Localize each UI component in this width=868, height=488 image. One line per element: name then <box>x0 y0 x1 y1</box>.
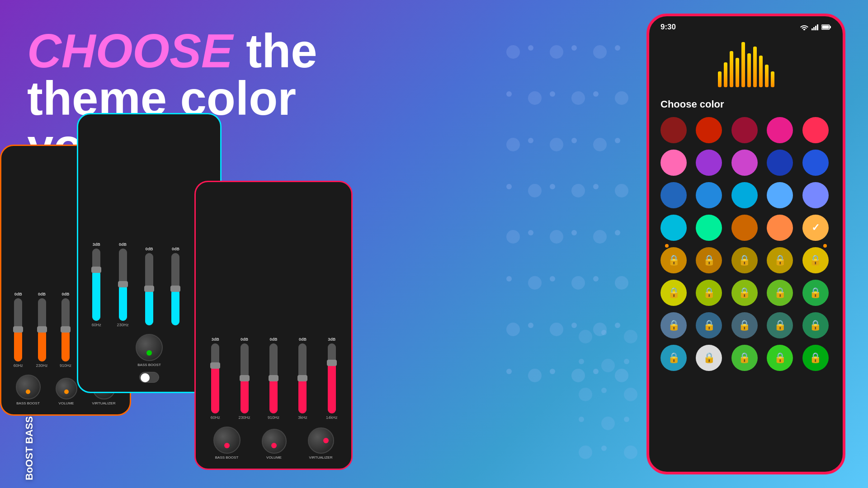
eq-band-m3: 0dB <box>138 247 160 327</box>
color-swatch-locked-7[interactable]: 🔒 <box>696 280 722 306</box>
color-swatch-locked-13[interactable]: 🔒 <box>731 312 758 338</box>
eq-band-1: 0dB 60Hz <box>8 292 28 368</box>
phones-container: 0dB 60Hz 0dB 230Hz <box>0 113 393 488</box>
color-swatch-dodger-blue[interactable] <box>696 182 722 208</box>
lock-icon-4: 🔒 <box>774 254 786 266</box>
phone-main: 9:30 <box>646 14 845 474</box>
bass-boost-knob-right[interactable]: BASS BOOST <box>213 427 241 460</box>
color-swatch-locked-19[interactable]: 🔒 <box>767 345 793 371</box>
color-swatch-light-blue[interactable] <box>767 182 793 208</box>
color-swatch-locked-3[interactable]: 🔒 <box>731 247 758 273</box>
svg-rect-1 <box>813 27 815 30</box>
status-icons <box>800 24 831 30</box>
virtualizer-knob-right[interactable]: VIRTUALIZER <box>308 427 334 460</box>
color-swatch-red[interactable] <box>696 117 722 143</box>
color-swatch-blue[interactable] <box>802 150 829 176</box>
eq-band-2: 0dB 230Hz <box>32 292 52 368</box>
svg-rect-3 <box>817 24 818 30</box>
color-swatch-locked-2[interactable]: 🔒 <box>696 247 722 273</box>
color-swatch-periwinkle[interactable] <box>802 182 829 208</box>
volume-knob-right[interactable]: VOLUME <box>262 429 287 460</box>
volume-label-right: VOLUME <box>266 455 282 460</box>
lock-icon-11: 🔒 <box>668 319 680 331</box>
status-bar: 9:30 <box>649 16 843 35</box>
eq-band-r3: 0dB 910Hz <box>261 337 286 420</box>
lock-icon-10: 🔒 <box>809 287 821 299</box>
virtualizer-label-left: VIRTUALIZER <box>92 401 116 405</box>
wifi-icon <box>800 24 809 30</box>
waveform <box>649 35 843 94</box>
volume-knob-left[interactable]: VOLUME <box>56 378 77 405</box>
eq-band-m1: 3dB 60Hz <box>85 242 108 327</box>
lock-icon-12: 🔒 <box>703 319 715 331</box>
color-swatch-mint[interactable] <box>696 215 722 241</box>
phone-right: 3dB 60Hz 0dB 230Hz <box>194 181 353 470</box>
eq-band-r1: 3dB 60Hz <box>203 337 228 420</box>
eq-band-3: 0dB 910Hz <box>56 292 75 368</box>
color-swatch-locked-1[interactable]: 🔒 <box>660 247 687 273</box>
color-swatch-orange[interactable] <box>731 215 758 241</box>
lock-icon-16: 🔒 <box>668 352 680 364</box>
color-swatch-locked-15[interactable]: 🔒 <box>802 312 829 338</box>
bass-boost-label-right: BASS BOOST <box>215 455 239 460</box>
lock-icon-14: 🔒 <box>774 319 786 331</box>
color-grid: 🔒 🔒 🔒 🔒 🔒 🔒 🔒 🔒 <box>660 117 831 371</box>
color-swatch-locked-12[interactable]: 🔒 <box>696 312 722 338</box>
color-swatch-locked-20[interactable]: 🔒 <box>802 345 829 371</box>
lock-icon-6: 🔒 <box>668 287 680 299</box>
choose-color-title: Choose color <box>660 99 831 110</box>
color-swatch-locked-16[interactable]: 🔒 <box>660 345 687 371</box>
lock-icon-20: 🔒 <box>809 352 821 364</box>
lock-icon-1: 🔒 <box>668 254 680 266</box>
svg-rect-2 <box>815 26 816 30</box>
color-swatch-hot-pink[interactable] <box>767 117 793 143</box>
svg-rect-0 <box>811 28 813 30</box>
eq-band-r5: 3dB 14kHz <box>319 337 344 420</box>
virtualizer-label-right: VIRTUALIZER <box>309 455 333 460</box>
color-swatch-locked-17[interactable]: 🔒 <box>696 345 722 371</box>
hero-choose: CHOOSE <box>27 24 233 77</box>
lock-icon-19: 🔒 <box>774 352 786 364</box>
color-swatch-purple[interactable] <box>696 150 722 176</box>
lock-icon-7: 🔒 <box>703 287 715 299</box>
bass-boost-label-middle: BASS BOOST <box>137 363 161 367</box>
color-swatch-locked-11[interactable]: 🔒 <box>660 312 687 338</box>
color-swatch-locked-6[interactable]: 🔒 <box>660 280 687 306</box>
color-swatch-locked-5[interactable]: 🔒 <box>802 247 829 273</box>
color-swatch-selected[interactable] <box>802 215 829 241</box>
bass-boost-label-left: BASS BOOST <box>16 401 40 405</box>
color-swatch-locked-9[interactable]: 🔒 <box>767 280 793 306</box>
lock-icon-8: 🔒 <box>738 287 750 299</box>
hero-the: the <box>233 24 317 77</box>
color-swatch-dark-red[interactable] <box>660 117 687 143</box>
volume-label-left: VOLUME <box>59 401 74 405</box>
color-swatch-locked-10[interactable]: 🔒 <box>802 280 829 306</box>
color-swatch-coral-pink[interactable] <box>802 117 829 143</box>
color-swatch-pink[interactable] <box>660 150 687 176</box>
color-swatch-dark-blue[interactable] <box>767 150 793 176</box>
color-swatch-locked-14[interactable]: 🔒 <box>767 312 793 338</box>
color-swatch-locked-8[interactable]: 🔒 <box>731 280 758 306</box>
bass-boost-toggle-middle[interactable] <box>139 372 159 383</box>
color-swatch-crimson[interactable] <box>731 117 758 143</box>
color-swatch-cyan[interactable] <box>731 182 758 208</box>
battery-icon <box>821 24 831 30</box>
color-swatch-steel-blue[interactable] <box>660 182 687 208</box>
color-swatch-magenta[interactable] <box>731 150 758 176</box>
boost-bass-text: BoOST BASS <box>24 416 35 480</box>
color-swatch-locked-18[interactable]: 🔒 <box>731 345 758 371</box>
lock-icon-9: 🔒 <box>774 287 786 299</box>
status-time: 9:30 <box>660 23 676 32</box>
lock-icon-13: 🔒 <box>738 319 750 331</box>
lock-icon-3: 🔒 <box>738 254 750 266</box>
color-swatch-sky[interactable] <box>660 215 687 241</box>
bass-boost-knob-left[interactable]: BASS BOOST <box>16 375 41 405</box>
choose-color-section: Choose color <box>649 94 843 378</box>
signal-icon <box>811 24 819 30</box>
svg-rect-6 <box>822 26 829 29</box>
bass-boost-knob-middle[interactable]: BASS BOOST <box>136 334 163 367</box>
color-swatch-peach[interactable] <box>767 215 793 241</box>
lock-icon-5: 🔒 <box>809 254 821 266</box>
svg-rect-5 <box>830 26 831 28</box>
color-swatch-locked-4[interactable]: 🔒 <box>767 247 793 273</box>
